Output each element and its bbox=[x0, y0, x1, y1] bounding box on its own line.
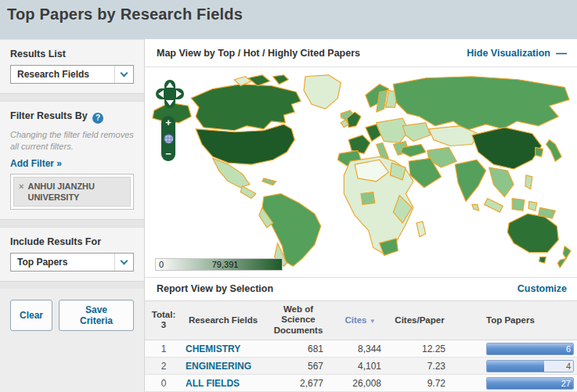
add-filter-link[interactable]: Add Filter » bbox=[10, 158, 62, 169]
pan-left-icon[interactable] bbox=[158, 90, 164, 98]
column-cites-per-paper[interactable]: Cites/Paper bbox=[388, 300, 452, 340]
help-icon[interactable]: ? bbox=[92, 113, 103, 124]
column-top-papers[interactable]: Top Papers bbox=[452, 300, 577, 340]
region-usa[interactable] bbox=[196, 124, 294, 164]
map-panel-header: Map View by Top / Hot / Highly Cited Pap… bbox=[145, 39, 577, 67]
filter-chip[interactable]: × ANHUI JIANZHU UNIVERSITY bbox=[13, 177, 131, 207]
choropleth-world-map bbox=[148, 70, 574, 272]
filter-chip-list: × ANHUI JIANZHU UNIVERSITY bbox=[10, 174, 134, 210]
region-ukraine[interactable] bbox=[402, 123, 430, 142]
cites-value: 8,344 bbox=[333, 340, 388, 358]
table-row: 0 ALL FIELDS 2,677 26,008 9.72 27 bbox=[145, 375, 577, 392]
region-japan[interactable] bbox=[546, 140, 562, 162]
pan-right-icon[interactable] bbox=[176, 90, 182, 98]
column-wos-documents[interactable]: Web of Science Documents bbox=[264, 300, 333, 340]
field-link-chemistry[interactable]: CHEMISTRY bbox=[186, 343, 240, 354]
include-results-section: Include Results For Top Papers bbox=[0, 227, 144, 282]
table-header-row: Total:3 Research Fields Web of Science D… bbox=[145, 300, 577, 340]
hide-visualization-link[interactable]: Hide Visualization — bbox=[467, 47, 567, 59]
top-papers-value: 4 bbox=[566, 361, 571, 371]
top-papers-value: 6 bbox=[566, 344, 571, 354]
region-borneo[interactable] bbox=[512, 199, 525, 211]
region-arctic-island[interactable] bbox=[273, 75, 289, 85]
world-map-visualization: + − 0 79,391 bbox=[145, 67, 577, 278]
chevron-down-icon[interactable] bbox=[114, 66, 133, 83]
table-row: 2 ENGINEERING 567 4,101 7.23 4 bbox=[145, 358, 577, 375]
region-russia[interactable] bbox=[393, 77, 569, 131]
docs-value: 2,677 bbox=[264, 375, 333, 392]
region-france[interactable] bbox=[348, 135, 370, 154]
cites-value: 26,008 bbox=[333, 375, 388, 392]
region-greenland[interactable] bbox=[304, 75, 341, 109]
map-zoom-control[interactable]: + − bbox=[161, 116, 175, 161]
cites-per-paper-value: 9.72 bbox=[388, 375, 452, 392]
globe-icon[interactable] bbox=[164, 134, 174, 144]
top-papers-bar: 27 bbox=[486, 377, 574, 390]
region-arctic-island[interactable] bbox=[248, 75, 270, 86]
results-list-label: Results List bbox=[10, 49, 134, 59]
region-sulawesi[interactable] bbox=[528, 201, 537, 210]
customize-link[interactable]: Customize bbox=[517, 283, 567, 294]
legend-min-value: 0 bbox=[159, 260, 164, 269]
region-philippines[interactable] bbox=[525, 175, 532, 189]
column-research-fields[interactable]: Research Fields bbox=[182, 300, 264, 340]
sidebar-actions: Clear Save Criteria bbox=[0, 289, 144, 342]
region-central-america[interactable] bbox=[240, 186, 256, 199]
region-tasmania[interactable] bbox=[539, 257, 546, 263]
include-results-dropdown[interactable]: Top Papers bbox=[10, 253, 134, 272]
cites-per-paper-value: 7.23 bbox=[388, 358, 452, 375]
row-rank: 0 bbox=[145, 375, 182, 392]
top-papers-bar: 6 bbox=[486, 343, 574, 355]
region-china[interactable] bbox=[472, 128, 542, 169]
region-nigeria[interactable] bbox=[361, 192, 375, 205]
region-korea[interactable] bbox=[536, 148, 543, 157]
zoom-out-button[interactable]: − bbox=[165, 149, 171, 159]
report-panel-header: Report View by Selection Customize bbox=[145, 278, 577, 300]
region-south-america[interactable] bbox=[262, 194, 321, 267]
filter-sidebar: Results List Research Fields Filter Resu… bbox=[0, 39, 145, 392]
region-madagascar[interactable] bbox=[417, 221, 426, 237]
row-rank: 1 bbox=[145, 340, 182, 358]
legend-max-value: 79,391 bbox=[212, 260, 239, 269]
filter-heading: Filter Results By ? bbox=[10, 110, 134, 124]
region-sri-lanka[interactable] bbox=[472, 204, 479, 210]
region-sumatra[interactable] bbox=[485, 199, 503, 213]
section-divider bbox=[0, 282, 144, 289]
clear-button[interactable]: Clear bbox=[10, 300, 52, 331]
table-row: 1 CHEMISTRY 681 8,344 12.25 6 bbox=[145, 340, 577, 358]
zoom-in-button[interactable]: + bbox=[165, 118, 171, 128]
column-cites-sorted[interactable]: Cites ▼ bbox=[333, 300, 388, 340]
results-list-dropdown[interactable]: Research Fields bbox=[10, 65, 134, 84]
docs-value: 567 bbox=[264, 358, 333, 375]
docs-value: 681 bbox=[264, 340, 333, 358]
pan-down-icon[interactable] bbox=[166, 100, 174, 106]
region-new-zealand-south[interactable] bbox=[557, 258, 566, 268]
section-divider bbox=[0, 220, 144, 227]
filter-results-section: Filter Results By ? Changing the filter … bbox=[0, 101, 144, 220]
field-link-engineering[interactable]: ENGINEERING bbox=[186, 361, 251, 372]
map-pan-control[interactable] bbox=[156, 80, 184, 108]
region-australia[interactable] bbox=[507, 214, 558, 252]
save-criteria-button[interactable]: Save Criteria bbox=[59, 300, 134, 331]
region-caribbean[interactable] bbox=[262, 178, 276, 185]
sort-down-icon: ▼ bbox=[370, 318, 376, 325]
chevron-down-icon[interactable] bbox=[114, 254, 133, 271]
region-canada[interactable] bbox=[191, 85, 301, 131]
total-count: Total:3 bbox=[145, 300, 182, 340]
map-panel-title: Map View by Top / Hot / Highly Cited Pap… bbox=[157, 48, 360, 59]
region-new-zealand-north[interactable] bbox=[563, 246, 571, 259]
results-list-value: Research Fields bbox=[11, 69, 114, 80]
map-color-legend: 0 79,391 bbox=[155, 258, 283, 271]
cites-value: 4,101 bbox=[333, 358, 388, 375]
filter-note: Changing the filter field removes all cu… bbox=[10, 129, 134, 153]
pan-up-icon[interactable] bbox=[166, 82, 174, 88]
field-link-all-fields[interactable]: ALL FIELDS bbox=[186, 378, 240, 389]
region-india[interactable] bbox=[455, 160, 485, 201]
region-southeast-asia[interactable] bbox=[489, 167, 514, 196]
report-title: Report View by Selection bbox=[157, 283, 273, 294]
section-divider bbox=[0, 94, 144, 101]
results-list-section: Results List Research Fields bbox=[0, 39, 144, 94]
minus-icon: — bbox=[556, 47, 567, 59]
close-icon[interactable]: × bbox=[19, 181, 23, 203]
top-papers-bar: 4 bbox=[486, 360, 574, 372]
